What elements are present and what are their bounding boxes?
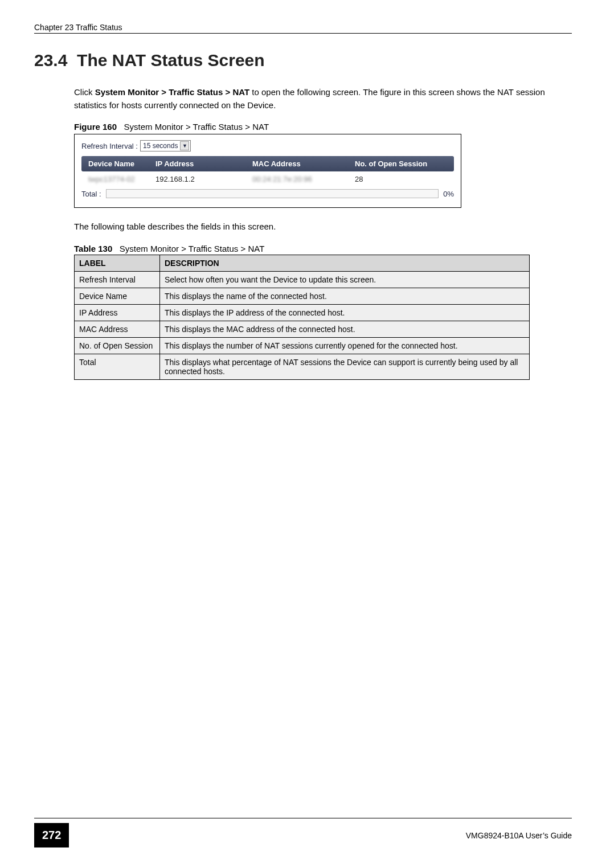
td-desc: This displays the MAC address of the con… bbox=[160, 321, 530, 337]
td-desc: This displays what percentage of NAT ses… bbox=[160, 354, 530, 379]
col-header-mac-address: MAC Address bbox=[252, 159, 355, 168]
nat-table-row: twpc13774-02 192.168.1.2 00:24:21:7e:20:… bbox=[81, 171, 454, 187]
table-row: No. of Open Session This displays the nu… bbox=[75, 337, 530, 354]
table-row: Device Name This displays the name of th… bbox=[75, 288, 530, 304]
section-title: The NAT Status Screen bbox=[77, 51, 265, 69]
cell-ip-address: 192.168.1.2 bbox=[155, 175, 252, 183]
description-table: LABEL DESCRIPTION Refresh Interval Selec… bbox=[74, 255, 530, 380]
chapter-title: Chapter 23 Traffic Status bbox=[34, 23, 122, 32]
footer-line: 272 VMG8924-B10A User’s Guide bbox=[34, 818, 572, 847]
page-header: Chapter 23 Traffic Status bbox=[34, 23, 572, 34]
total-progress-bar bbox=[106, 189, 439, 198]
col-header-ip-address: IP Address bbox=[155, 159, 252, 168]
figure-caption: Figure 160 System Monitor > Traffic Stat… bbox=[74, 122, 572, 132]
total-row: Total : 0% bbox=[81, 189, 454, 198]
th-label: LABEL bbox=[75, 255, 160, 271]
td-label: MAC Address bbox=[75, 321, 160, 337]
td-desc: This displays the IP address of the conn… bbox=[160, 304, 530, 321]
figure-caption-text: System Monitor > Traffic Status > NAT bbox=[124, 122, 269, 132]
figure-screenshot: Refresh Interval : 15 seconds ▼ Device N… bbox=[74, 134, 461, 208]
intro-prefix: Click bbox=[74, 87, 95, 97]
table-header-row: LABEL DESCRIPTION bbox=[75, 255, 530, 271]
nat-table: Device Name IP Address MAC Address No. o… bbox=[81, 156, 454, 198]
cell-mac-address: 00:24:21:7e:20:96 bbox=[252, 175, 355, 183]
table-label: Table 130 bbox=[74, 244, 112, 253]
figure-label: Figure 160 bbox=[74, 122, 117, 132]
col-header-device-name: Device Name bbox=[81, 159, 155, 168]
footer-guide-title: VMG8924-B10A User’s Guide bbox=[466, 831, 572, 840]
refresh-interval-value: 15 seconds bbox=[143, 142, 178, 150]
td-label: Total bbox=[75, 354, 160, 379]
page-footer: 272 VMG8924-B10A User’s Guide bbox=[0, 818, 606, 847]
td-desc: This displays the name of the connected … bbox=[160, 288, 530, 304]
refresh-interval-dropdown[interactable]: 15 seconds ▼ bbox=[140, 140, 191, 152]
cell-open-session: 28 bbox=[355, 175, 454, 183]
col-header-open-session: No. of Open Session bbox=[355, 159, 454, 168]
td-label: Device Name bbox=[75, 288, 160, 304]
refresh-interval-row: Refresh Interval : 15 seconds ▼ bbox=[81, 140, 454, 152]
table-row: Total This displays what percentage of N… bbox=[75, 354, 530, 379]
td-label: Refresh Interval bbox=[75, 271, 160, 288]
th-description: DESCRIPTION bbox=[160, 255, 530, 271]
table-row: Refresh Interval Select how often you wa… bbox=[75, 271, 530, 288]
total-percentage: 0% bbox=[443, 190, 454, 198]
chevron-down-icon: ▼ bbox=[180, 141, 189, 150]
table-caption: Table 130 System Monitor > Traffic Statu… bbox=[74, 244, 572, 253]
refresh-interval-label: Refresh Interval : bbox=[81, 142, 138, 150]
td-label: No. of Open Session bbox=[75, 337, 160, 354]
table-row: IP Address This displays the IP address … bbox=[75, 304, 530, 321]
nat-table-header: Device Name IP Address MAC Address No. o… bbox=[81, 156, 454, 171]
td-desc: This displays the number of NAT sessions… bbox=[160, 337, 530, 354]
table-row: MAC Address This displays the MAC addres… bbox=[75, 321, 530, 337]
td-label: IP Address bbox=[75, 304, 160, 321]
intro-paragraph: Click System Monitor > Traffic Status > … bbox=[74, 86, 572, 112]
total-label: Total : bbox=[81, 190, 101, 198]
section-number: 23.4 bbox=[34, 51, 67, 69]
page-number: 272 bbox=[34, 823, 69, 847]
after-figure-text: The following table describes the fields… bbox=[74, 220, 572, 234]
cell-device-name: twpc13774-02 bbox=[81, 175, 155, 183]
table-caption-text: System Monitor > Traffic Status > NAT bbox=[120, 244, 265, 253]
intro-bold-path: System Monitor > Traffic Status > NAT bbox=[95, 87, 249, 97]
td-desc: Select how often you want the Device to … bbox=[160, 271, 530, 288]
section-heading: 23.4 The NAT Status Screen bbox=[34, 51, 572, 70]
